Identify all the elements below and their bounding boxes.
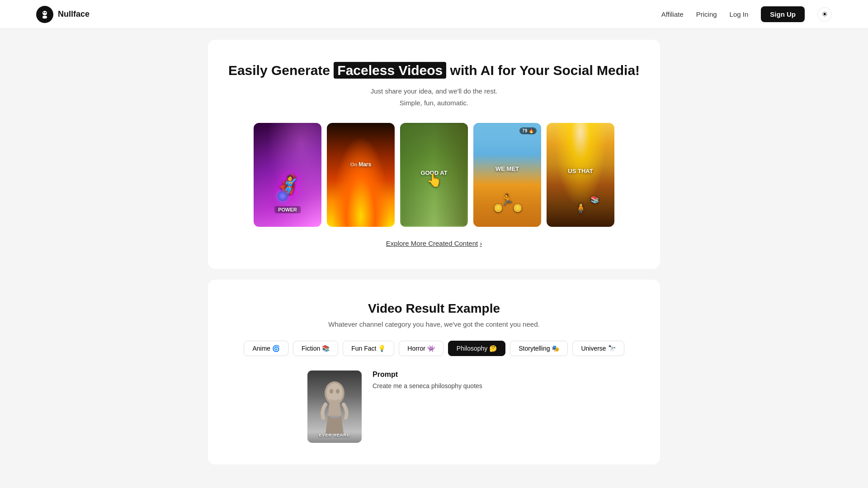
svg-point-0	[42, 11, 47, 15]
hero-title-prefix: Easily Generate	[228, 63, 334, 78]
thumb5-text: US THAT	[568, 167, 593, 174]
thumb1-text: POWER	[274, 206, 301, 213]
svg-point-3	[45, 12, 46, 13]
nav-links: Affiliate Pricing Log In Sign Up ☀	[661, 6, 832, 22]
thumb4-text: WE MET	[495, 165, 519, 172]
video-result-subtitle: Whatever channel category you have, we'v…	[226, 320, 642, 328]
svg-rect-1	[42, 16, 47, 19]
nav-pricing[interactable]: Pricing	[696, 10, 717, 18]
tab-funfact[interactable]: Fun Fact 💡	[343, 341, 394, 356]
thumb2-text: On Mars	[350, 161, 371, 168]
svg-point-2	[43, 12, 44, 13]
hero-section: Easily Generate Faceless Videos with AI …	[208, 40, 660, 269]
prompt-label: Prompt	[373, 371, 561, 379]
thumbnail-4[interactable]: 79 🔥 WE MET 🏃 🪙 🪙	[473, 123, 541, 227]
svg-point-6	[330, 389, 333, 394]
chevron-right-icon: ›	[480, 239, 482, 247]
logo-icon	[36, 6, 53, 23]
example-thumbnail: EVER HEARD	[307, 371, 362, 443]
game-badge: 79 🔥	[519, 127, 537, 134]
statue-image	[307, 371, 362, 443]
theme-toggle-button[interactable]: ☀	[817, 7, 832, 22]
hero-title: Easily Generate Faceless Videos with AI …	[226, 61, 642, 79]
hero-subtitle-line2: Simple, fun, automatic.	[400, 99, 469, 107]
video-result-section: Video Result Example Whatever channel ca…	[208, 280, 660, 465]
video-result-title: Video Result Example	[226, 301, 642, 316]
prompt-text: Create me a seneca philosophy quotes	[373, 381, 561, 391]
example-thumb-text: EVER HEARD	[319, 433, 350, 437]
logo-link[interactable]: Nullface	[36, 6, 90, 23]
hero-subtitle: Just share your idea, and we'll do the r…	[226, 85, 642, 108]
hero-title-suffix: with AI for Your Social Media!	[446, 63, 640, 78]
tab-storytelling[interactable]: Storytelling 🎭	[510, 341, 568, 356]
hero-title-highlight: Faceless Videos	[334, 62, 446, 79]
tab-philosophy[interactable]: Philosophy 🤔	[448, 341, 505, 356]
tab-universe[interactable]: Universe 🔭	[572, 341, 624, 356]
hero-subtitle-line1: Just share your idea, and we'll do the r…	[371, 87, 498, 95]
thumbnail-5[interactable]: US THAT 🧍 📚	[547, 123, 614, 227]
category-tabs: Anime 🌀 Fiction 📚 Fun Fact 💡 Horror 👾 Ph…	[226, 341, 642, 356]
tab-fiction[interactable]: Fiction 📚	[293, 341, 338, 356]
thumbnail-2[interactable]: On Mars	[327, 123, 395, 227]
video-example-card: EVER HEARD Prompt Create me a seneca phi…	[307, 371, 561, 443]
tab-horror[interactable]: Horror 👾	[399, 341, 443, 356]
tab-anime[interactable]: Anime 🌀	[244, 341, 288, 356]
svg-point-7	[336, 389, 340, 394]
thumbnails-row: 🦸 POWER On Mars GOOD AT 👆	[226, 123, 642, 227]
logo-text: Nullface	[58, 9, 90, 19]
nav-login[interactable]: Log In	[730, 10, 749, 18]
navbar: Nullface Affiliate Pricing Log In Sign U…	[0, 0, 868, 29]
explore-link[interactable]: Explore More Created Content ›	[226, 239, 642, 247]
thumbnail-3[interactable]: GOOD AT 👆	[400, 123, 468, 227]
cursor-icon: 👆	[426, 173, 442, 188]
explore-label: Explore More Created Content	[386, 239, 478, 247]
nav-affiliate[interactable]: Affiliate	[661, 10, 684, 18]
svg-point-5	[326, 383, 343, 403]
thumbnail-1[interactable]: 🦸 POWER	[254, 123, 321, 227]
example-info: Prompt Create me a seneca philosophy quo…	[373, 371, 561, 391]
signup-button[interactable]: Sign Up	[761, 6, 805, 22]
